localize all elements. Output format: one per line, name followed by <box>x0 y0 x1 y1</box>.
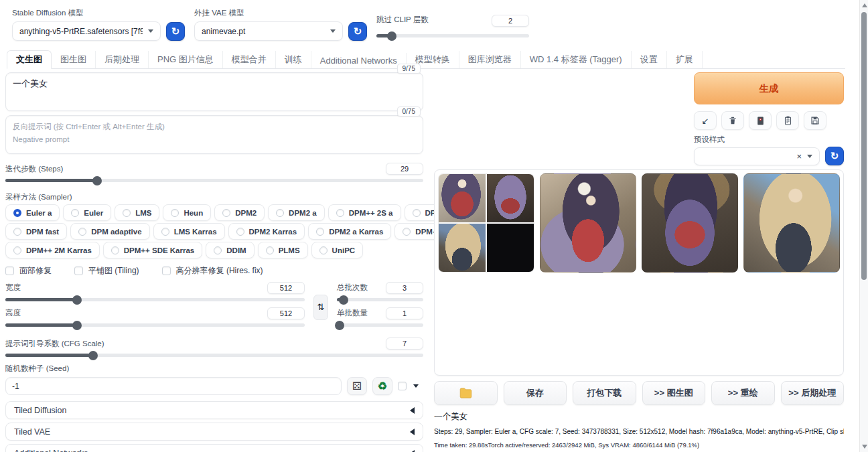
save-button[interactable]: 保存 <box>504 381 567 405</box>
clear-styles-icon[interactable]: × <box>796 151 802 161</box>
accordion-additional-networks[interactable]: Additional Networks <box>5 444 423 452</box>
height-input[interactable]: 512 <box>267 307 305 319</box>
batch-size-slider[interactable] <box>337 323 423 327</box>
gallery-thumbnail-1[interactable] <box>540 173 636 273</box>
refresh-icon: ↻ <box>171 25 180 37</box>
sampler-option-dpm2[interactable]: DPM2 <box>214 204 265 221</box>
extra-networks-button[interactable] <box>749 111 772 130</box>
refresh-sd-model-button[interactable]: ↻ <box>166 22 185 41</box>
width-slider[interactable] <box>5 298 305 301</box>
toggle-restore-faces[interactable]: 面部修复 <box>5 265 52 277</box>
sampler-option-label: DPM++ SDE Karras <box>124 246 194 254</box>
apply-style-button[interactable] <box>776 111 799 130</box>
floppy-disk-icon <box>810 116 820 125</box>
steps-input[interactable]: 29 <box>386 163 423 175</box>
reuse-seed-button[interactable]: ♻ <box>372 377 392 395</box>
gallery-thumbnail-grid[interactable] <box>438 173 534 273</box>
toggle-tiling[interactable]: 平铺图 (Tiling) <box>74 265 139 277</box>
negative-prompt-input[interactable]: 反向提示词 (按 Ctrl+Enter 或 Alt+Enter 生成) Nega… <box>5 115 423 154</box>
width-label: 宽度 <box>5 283 21 293</box>
refresh-vae-button[interactable]: ↻ <box>348 22 367 41</box>
sampler-option-lms-karras[interactable]: LMS Karras <box>153 223 225 240</box>
sd-model-dropdown[interactable]: anything-v5-PrtRE.safetensors [7f96a1a9c… <box>12 21 161 41</box>
sampler-option-dpm-2s-a[interactable]: DPM++ 2S a <box>328 204 401 221</box>
height-slider[interactable] <box>5 323 305 327</box>
sampler-option-dpm-adaptive[interactable]: DPM adaptive <box>70 223 149 240</box>
clip-skip-slider[interactable] <box>376 34 529 37</box>
zip-download-button[interactable]: 打包下载 <box>573 381 636 405</box>
sd-model-value: anything-v5-PrtRE.safetensors [7f96a1a9c… <box>19 27 143 36</box>
cfg-scale-input[interactable]: 7 <box>386 337 423 350</box>
toggle-hires-fix[interactable]: 高分辨率修复 (Hires. fix) <box>162 265 263 277</box>
seed-row: -1 ⚄ ♻ <box>5 377 423 395</box>
cfg-scale-slider[interactable] <box>5 354 423 357</box>
swap-dimensions-button[interactable]: ⇅ <box>313 295 328 320</box>
clear-prompt-button[interactable] <box>721 111 744 130</box>
vae-value: animevae.pt <box>202 27 325 36</box>
sampler-option-heun[interactable]: Heun <box>163 204 211 221</box>
tab-extensions[interactable]: 扩展 <box>667 51 703 68</box>
restore-faces-checkbox[interactable] <box>5 267 14 275</box>
sampler-option-plms[interactable]: PLMS <box>258 242 308 258</box>
sampler-option-dpm2-a[interactable]: DPM2 a <box>268 204 325 221</box>
negative-placeholder-line2: Negative prompt <box>13 133 416 146</box>
tab-tagger[interactable]: WD 1.4 标签器 (Tagger) <box>521 51 632 68</box>
sampler-option-euler-a[interactable]: Euler a <box>5 204 60 221</box>
radio-icon <box>71 209 79 217</box>
steps-slider[interactable] <box>5 179 423 182</box>
page-scrollbar[interactable] <box>859 0 868 452</box>
save-style-button[interactable] <box>804 111 826 130</box>
generate-button[interactable]: 生成 <box>694 72 844 104</box>
sampler-label: 采样方法 (Sampler) <box>5 192 423 202</box>
sampler-option-label: Euler a <box>26 209 52 217</box>
hires-fix-checkbox[interactable] <box>162 267 171 275</box>
accordion-tiled-vae[interactable]: Tiled VAE <box>5 423 423 441</box>
send-to-inpaint-button[interactable]: >> 重绘 <box>711 381 775 405</box>
sampler-option-dpm2-a-karras[interactable]: DPM2 a Karras <box>308 223 391 240</box>
collapsed-arrow-icon <box>410 407 415 414</box>
prompt-input[interactable]: 一个美女 <box>5 72 423 111</box>
send-to-img2img-button[interactable]: >> 图生图 <box>642 381 706 405</box>
sampler-option-dpm-sde-karras[interactable]: DPM++ SDE Karras <box>103 242 202 258</box>
gallery-thumbnail-3[interactable] <box>743 173 840 273</box>
seed-input[interactable]: -1 <box>5 377 342 395</box>
sampler-option-dpm-2m-karras[interactable]: DPM++ 2M Karras <box>5 242 100 258</box>
refresh-styles-button[interactable]: ↻ <box>825 147 844 165</box>
radio-icon <box>336 209 344 217</box>
random-seed-button[interactable]: ⚄ <box>347 377 367 395</box>
styles-dropdown[interactable]: × <box>694 147 820 165</box>
gallery-thumbnail-2[interactable] <box>642 173 738 273</box>
restore-last-prompt-button[interactable]: ↙ <box>694 111 717 130</box>
vae-group: 外挂 VAE 模型 animevae.pt ↻ <box>194 8 367 41</box>
tab-image-browser[interactable]: 图库浏览器 <box>459 51 521 68</box>
scroll-down-icon[interactable] <box>862 445 867 449</box>
vae-dropdown[interactable]: animevae.pt <box>194 21 343 41</box>
sampler-option-euler[interactable]: Euler <box>63 204 111 221</box>
prompt-token-counter: 9/75 <box>397 64 421 74</box>
sampler-option-dpm-fast[interactable]: DPM fast <box>5 223 67 240</box>
open-folder-button[interactable] <box>434 381 498 405</box>
tab-settings[interactable]: 设置 <box>632 51 667 68</box>
chevron-down-icon[interactable] <box>413 384 419 388</box>
extra-seed-checkbox[interactable] <box>398 382 407 390</box>
accordion-tiled-diffusion[interactable]: Tiled Diffusion <box>5 401 423 419</box>
sampler-option-ddim[interactable]: DDIM <box>206 242 254 258</box>
scrollbar-thumb[interactable] <box>861 12 867 280</box>
sampler-option-dpm2-karras[interactable]: DPM2 Karras <box>228 223 305 240</box>
radio-icon <box>276 209 284 217</box>
sampler-option-unipc[interactable]: UniPC <box>311 242 364 258</box>
scroll-up-icon[interactable] <box>862 3 867 7</box>
batch-count-slider[interactable] <box>337 298 423 301</box>
radio-icon <box>266 246 274 254</box>
seed-label: 随机数种子 (Seed) <box>5 364 423 374</box>
accordion-title: Tiled VAE <box>14 427 50 437</box>
clip-skip-input[interactable]: 2 <box>492 15 529 27</box>
batch-count-input[interactable]: 3 <box>386 282 423 294</box>
tiling-checkbox[interactable] <box>74 267 83 275</box>
negative-token-counter: 0/75 <box>397 106 421 117</box>
sampler-option-lms[interactable]: LMS <box>115 204 159 221</box>
radio-icon <box>13 228 21 236</box>
send-to-extras-button[interactable]: >> 后期处理 <box>781 381 845 405</box>
batch-size-input[interactable]: 1 <box>386 307 423 319</box>
width-input[interactable]: 512 <box>267 282 305 294</box>
